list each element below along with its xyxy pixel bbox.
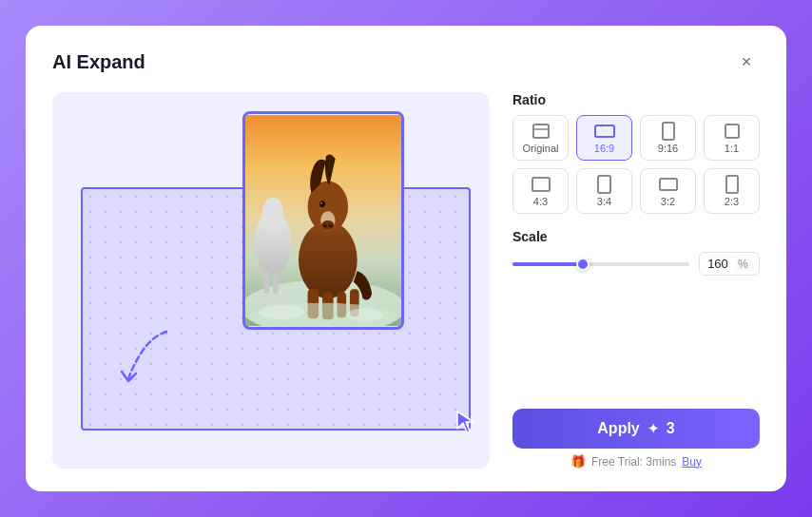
arrow-hint — [105, 322, 181, 393]
3-4-icon — [594, 177, 615, 192]
2-3-icon — [722, 177, 743, 192]
scale-input[interactable] — [700, 253, 736, 275]
ratio-16-9[interactable]: 16:9 — [576, 115, 632, 161]
1-1-icon — [722, 124, 743, 139]
9-16-icon — [658, 124, 679, 139]
svg-rect-4 — [263, 271, 269, 294]
apply-section: Apply ✦ 3 🎁 Free Trial: 3mins Buy — [512, 409, 760, 469]
svg-rect-26 — [532, 178, 550, 191]
trial-info: 🎁 Free Trial: 3mins Buy — [512, 454, 760, 469]
spacer — [512, 291, 760, 393]
slider-thumb[interactable] — [576, 258, 590, 271]
canvas-area — [52, 92, 490, 469]
ratio-3-4[interactable]: 3:4 — [576, 168, 632, 214]
apply-button[interactable]: Apply ✦ 3 — [512, 409, 760, 449]
ratio-1-1[interactable]: 1:1 — [704, 115, 760, 161]
dialog-header: AI Expand × — [52, 48, 760, 75]
ratio-original[interactable]: Original — [512, 115, 569, 161]
scale-unit: % — [736, 258, 753, 271]
svg-point-3 — [261, 198, 283, 231]
svg-rect-29 — [726, 176, 738, 193]
dialog-title: AI Expand — [52, 51, 145, 73]
ratio-grid: Original 16:9 — [512, 115, 760, 214]
ratio-4-3[interactable]: 4:3 — [512, 168, 569, 214]
ratio-3-2[interactable]: 3:2 — [640, 168, 696, 214]
svg-point-19 — [259, 305, 304, 319]
trial-text: Free Trial: 3mins — [591, 455, 676, 469]
scale-section: Scale % — [512, 229, 760, 276]
original-icon — [531, 124, 551, 139]
gift-icon: 🎁 — [570, 454, 586, 469]
svg-point-12 — [323, 224, 327, 227]
ratio-9-16[interactable]: 9:16 — [640, 115, 696, 161]
ai-expand-dialog: AI Expand × — [26, 26, 786, 491]
svg-rect-28 — [660, 179, 677, 190]
slider-fill — [512, 262, 583, 266]
scale-label: Scale — [512, 229, 760, 244]
svg-point-11 — [321, 220, 335, 230]
dialog-body: Ratio Original — [52, 92, 760, 469]
16-9-icon — [594, 124, 615, 139]
3-2-icon — [658, 177, 679, 192]
apply-label: Apply — [597, 420, 639, 437]
svg-rect-25 — [725, 124, 739, 138]
svg-rect-5 — [273, 273, 279, 294]
4-3-icon — [531, 177, 551, 192]
svg-rect-21 — [533, 124, 549, 138]
close-button[interactable]: × — [733, 48, 760, 75]
controls-panel: Ratio Original — [512, 92, 760, 469]
svg-rect-23 — [595, 125, 614, 137]
svg-point-9 — [319, 201, 325, 207]
cursor-icon — [454, 408, 480, 440]
scale-slider[interactable] — [512, 262, 689, 266]
svg-point-6 — [299, 221, 358, 298]
ratio-2-3[interactable]: 2:3 — [704, 168, 760, 214]
svg-point-10 — [320, 202, 322, 204]
pony-image-container — [242, 111, 404, 330]
buy-link[interactable]: Buy — [682, 455, 702, 469]
ratio-section: Ratio Original — [512, 92, 760, 214]
apply-credit-count: 3 — [667, 420, 675, 437]
lightning-icon: ✦ — [648, 421, 659, 436]
scale-row: % — [512, 252, 760, 276]
svg-point-13 — [329, 224, 333, 227]
svg-point-20 — [346, 309, 383, 322]
svg-rect-24 — [663, 123, 674, 140]
svg-rect-27 — [598, 176, 610, 193]
ratio-label: Ratio — [512, 92, 760, 107]
scale-input-wrap: % — [699, 252, 760, 276]
